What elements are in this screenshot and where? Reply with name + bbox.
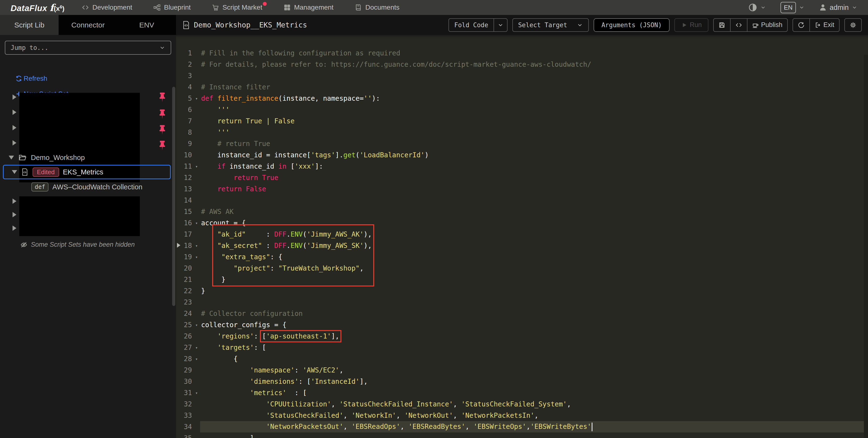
line-number: 16 [176, 219, 192, 227]
edited-badge: Edited [33, 167, 59, 177]
line-number: 4 [176, 83, 192, 91]
nav-item-development[interactable]: Development [82, 0, 132, 15]
chevron-down-icon [851, 5, 858, 10]
fold-toggle[interactable]: ▾ [192, 96, 201, 101]
fold-toggle[interactable]: ▾ [192, 345, 201, 350]
line-number: 27 [176, 343, 192, 351]
editor-scrollbar-track[interactable] [864, 55, 868, 438]
select-target-label: Select Target [518, 22, 567, 29]
code-line: 22} [176, 285, 868, 297]
nav-item-management[interactable]: Management [283, 0, 334, 15]
func-label: AWS–CloudWatch Collection [52, 183, 142, 191]
line-number: 33 [176, 411, 192, 419]
line-number: 6 [176, 106, 192, 114]
run-button[interactable]: Run [674, 18, 709, 32]
line-number: 35 [176, 434, 192, 438]
fold-toggle[interactable]: ▾ [192, 221, 201, 226]
view-code-button[interactable] [730, 19, 747, 31]
editor-toolbar: Fold Code Select Target Arguments (JSON)… [448, 18, 862, 32]
code-text: 'StatusCheckFailed', 'NetworkIn', 'Netwo… [201, 411, 538, 419]
save-publish-group: Publish [713, 18, 788, 32]
code-line: 5▾def filter_instance(instance, namespac… [176, 93, 868, 104]
pin-icon[interactable] [158, 124, 166, 136]
script-title-group: Demo_Workshop__EKS_Metrics [182, 21, 307, 29]
blueprint-icon [153, 4, 161, 11]
code-text: ''' [201, 128, 229, 136]
code-text: { [201, 355, 238, 363]
theme-switcher[interactable] [748, 3, 766, 12]
line-number: 10 [176, 151, 192, 159]
logo-f: f [50, 2, 54, 13]
language-switcher[interactable]: EN [780, 2, 805, 13]
code-text: # Collector configuration [201, 310, 303, 317]
select-target-dropdown[interactable]: Select Target [513, 18, 589, 32]
nav-item-script-market[interactable]: Script Market [212, 0, 262, 15]
code-text: } [201, 287, 205, 295]
dataflux-logo[interactable]: DataFlux f (x6) [10, 2, 64, 13]
file-code-icon [21, 168, 29, 176]
caret-right-icon[interactable] [12, 110, 17, 115]
caret-right-icon[interactable] [12, 226, 17, 231]
tree-item-eks-metrics-selected[interactable]: Edited EKS_Metrics [3, 165, 171, 179]
hidden-script-sets-note: Some Script Sets have been hidden [20, 241, 135, 248]
code-line: 11▾ if instance_id in ['xxx']: [176, 161, 868, 172]
nav-item-blueprint[interactable]: Blueprint [153, 0, 191, 15]
annotation-box-regions: ['ap-southeast-1'], [262, 332, 339, 340]
code-text: 'dimensions': ['InstanceId'], [201, 377, 368, 385]
line-number: 18 [176, 242, 192, 249]
fold-toggle[interactable]: ▾ [192, 243, 201, 248]
sidebar-scrollbar[interactable] [172, 87, 175, 306]
user-menu[interactable]: admin [819, 4, 858, 11]
tree-item-func-aws-cloudwatch[interactable]: def AWS–CloudWatch Collection [31, 182, 143, 192]
fold-toggle[interactable]: ▾ [192, 255, 201, 260]
history-button[interactable] [793, 19, 809, 31]
line-number: 1 [176, 49, 192, 57]
app-root: DataFlux f (x6) Development Blueprint Sc… [0, 0, 868, 438]
code-editor[interactable]: 1# Fill in the following configuration a… [176, 35, 868, 438]
line-number: 11 [176, 162, 192, 170]
theme-icon [748, 3, 757, 12]
caret-right-icon[interactable] [12, 199, 17, 204]
caret-right-icon[interactable] [12, 95, 17, 100]
save-button[interactable] [714, 19, 730, 31]
editor-panel: Demo_Workshop__EKS_Metrics Fold Code Sel… [176, 15, 868, 438]
code-line: 23 [176, 297, 868, 308]
pin-icon[interactable] [158, 92, 166, 103]
caret-right-icon[interactable] [12, 125, 17, 130]
code-line: 14 [176, 195, 868, 206]
line-number: 17 [176, 230, 192, 238]
pin-icon[interactable] [158, 108, 166, 120]
settings-button[interactable] [844, 18, 862, 32]
code-line: 25▾collector_configs = { [176, 319, 868, 331]
nav-item-documents[interactable]: Documents [355, 0, 400, 15]
annotation-box-account [212, 224, 374, 287]
fold-toggle[interactable]: ▾ [192, 323, 201, 328]
script-title: Demo_Workshop__EKS_Metrics [194, 21, 307, 29]
fold-code-dropdown[interactable] [494, 19, 507, 31]
code-text: instance_id = instance['tags'].get('Load… [201, 151, 429, 159]
code-line: 4# Instance filter [176, 81, 868, 93]
fold-toggle[interactable]: ▾ [192, 391, 201, 395]
caret-right-icon[interactable] [12, 212, 17, 217]
fold-code-button[interactable]: Fold Code [448, 18, 507, 32]
save-icon [718, 22, 725, 28]
tree-folder-demo-workshop[interactable]: Demo_Workshop [9, 154, 85, 162]
line-number: 32 [176, 400, 192, 408]
caret-right-icon[interactable] [12, 140, 17, 145]
arguments-json-button[interactable]: Arguments (JSON) [594, 18, 669, 32]
line-number: 30 [176, 377, 192, 385]
publish-button[interactable]: Publish [747, 19, 787, 31]
code-line: 34 'NetworkPacketsOut', 'EBSReadOps', 'E… [176, 421, 868, 433]
code-line: 13 return False [176, 183, 868, 195]
nav-label: Blueprint [164, 4, 191, 11]
fold-toggle[interactable]: ▾ [192, 357, 201, 361]
code-text: 'metrics' : [ [201, 389, 307, 397]
code-line: 33 'StatusCheckFailed', 'NetworkIn', 'Ne… [176, 410, 868, 421]
play-icon [681, 22, 687, 28]
coffee-icon [752, 22, 759, 28]
editor-header: Demo_Workshop__EKS_Metrics Fold Code Sel… [176, 15, 868, 35]
fold-toggle[interactable]: ▾ [192, 164, 201, 169]
pin-icon[interactable] [158, 140, 166, 151]
line-number: 5 [176, 95, 192, 102]
exit-button[interactable]: Exit [809, 19, 839, 31]
